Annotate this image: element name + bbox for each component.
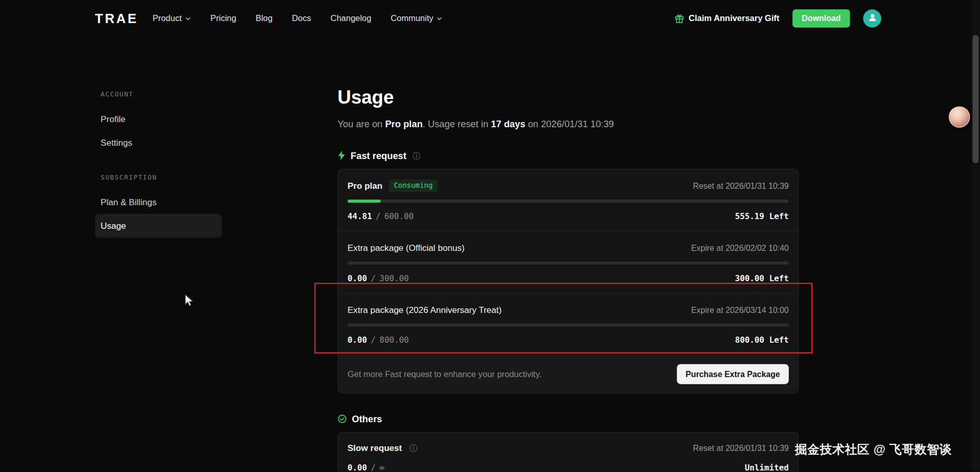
nav-item-changelog-label: Changelog	[331, 14, 372, 23]
sidebar-item-settings-label: Settings	[100, 137, 132, 148]
progress-bar	[348, 323, 789, 326]
top-nav: TRAE Product Pricing Blog Docs Changelog	[0, 0, 980, 37]
nav-item-pricing-label: Pricing	[211, 14, 236, 23]
scrollbar[interactable]	[971, 0, 980, 471]
total-value: ∞	[379, 463, 384, 472]
check-circle-icon	[337, 414, 346, 423]
sidebar-item-profile-label: Profile	[100, 114, 125, 124]
sidebar-item-settings[interactable]: Settings	[95, 131, 222, 154]
sidebar-item-plan-billings-label: Plan & Billings	[100, 197, 156, 207]
subtitle-text: . Usage reset in	[423, 118, 491, 129]
gift-icon	[675, 13, 685, 24]
separator: /	[371, 335, 376, 344]
progress-bar	[348, 200, 789, 203]
expire-date: Expire at 2026/02/02 10:40	[691, 243, 789, 252]
subtitle-text: on 2026/01/31 10:39	[525, 118, 614, 129]
total-value: 800.00	[379, 335, 409, 344]
footer-text: Get more Fast request to enhance your pr…	[348, 369, 542, 379]
others-title: Others	[352, 413, 382, 424]
sidebar-item-usage-label: Usage	[100, 221, 126, 231]
used-value: 44.81	[348, 211, 372, 221]
sidebar-group-subscription: Plan & Billings Usage	[95, 190, 222, 238]
sidebar-item-profile[interactable]: Profile	[95, 107, 222, 131]
separator: /	[376, 211, 381, 221]
floating-avatar-photo[interactable]	[949, 106, 970, 127]
subtitle-text: You are on	[337, 118, 385, 129]
sidebar-item-plan-billings[interactable]: Plan & Billings	[95, 190, 222, 214]
remaining-value: Unlimited	[745, 463, 789, 472]
row-header: Slow request ⓘ Reset at 2026/01/31 10:39	[348, 442, 789, 454]
watermark: 掘金技术社区 @ 飞哥数智谈	[795, 441, 952, 458]
sidebar-item-usage[interactable]: Usage	[95, 214, 222, 238]
expire-date: Expire at 2026/03/14 10:00	[691, 305, 789, 314]
download-button[interactable]: Download	[792, 9, 850, 27]
slow-request-name: Slow request	[348, 443, 402, 453]
sidebar-section-account: ACCOUNT	[95, 89, 222, 98]
claim-gift-label: Claim Anniversary Gift	[689, 14, 780, 23]
fast-request-footer: Get more Fast request to enhance your pr…	[338, 355, 798, 392]
trae-logo[interactable]: TRAE	[95, 11, 138, 26]
reset-date: Reset at 2026/01/31 10:39	[693, 443, 789, 453]
used-value: 0.00	[348, 463, 367, 472]
usage-numbers: 44.81/600.00 555.19 Left	[348, 211, 789, 221]
plan-name: Pro plan	[348, 181, 382, 191]
total-value: 600.00	[384, 211, 414, 221]
usage-row-official-bonus: Extra package (Official bonus) Expire at…	[338, 231, 798, 293]
nav-item-changelog[interactable]: Changelog	[331, 14, 372, 23]
chevron-down-icon	[185, 15, 191, 22]
remaining-value: 300.00 Left	[735, 273, 789, 282]
nav-item-product-label: Product	[153, 14, 182, 23]
package-name: Extra package (Official bonus)	[348, 243, 464, 253]
nav-item-community-label: Community	[391, 14, 433, 23]
row-header: Extra package (2026 Anniversary Treat) E…	[348, 303, 789, 316]
chevron-down-icon	[437, 15, 443, 22]
plan-name-bold: Pro plan	[385, 118, 422, 129]
consuming-badge: Consuming	[389, 180, 437, 192]
page-title: Usage	[337, 88, 799, 108]
lightning-bolt-icon	[337, 150, 345, 160]
info-icon[interactable]: ⓘ	[413, 151, 421, 159]
mouse-cursor	[185, 294, 195, 308]
usage-row-pro-plan: Pro plan Consuming Reset at 2026/01/31 1…	[338, 169, 798, 231]
sidebar-section-subscription: SUBSCRIPTION	[95, 172, 222, 181]
remaining-value: 555.19 Left	[735, 211, 789, 221]
others-header: Others	[337, 412, 799, 425]
scrollbar-thumb[interactable]	[972, 35, 978, 163]
fast-request-card: Pro plan Consuming Reset at 2026/01/31 1…	[337, 169, 799, 394]
separator: /	[371, 273, 376, 282]
usage-page: Usage You are on Pro plan. Usage reset i…	[337, 88, 799, 472]
progress-fill	[348, 200, 380, 203]
claim-anniversary-gift-link[interactable]: Claim Anniversary Gift	[675, 13, 780, 24]
usage-numbers: 0.00/800.00 800.00 Left	[348, 335, 789, 345]
info-icon[interactable]: ⓘ	[410, 444, 418, 452]
others-card: Slow request ⓘ Reset at 2026/01/31 10:39…	[337, 432, 799, 472]
nav-item-product[interactable]: Product	[153, 14, 191, 23]
reset-days-bold: 17 days	[491, 118, 525, 129]
nav-item-docs[interactable]: Docs	[292, 14, 311, 23]
purchase-extra-package-button[interactable]: Purchase Extra Package	[677, 364, 789, 384]
package-name: Extra package (2026 Anniversary Treat)	[348, 305, 502, 315]
used-value: 0.00	[348, 273, 367, 282]
settings-sidebar: ACCOUNT Profile Settings SUBSCRIPTION Pl…	[95, 89, 222, 238]
user-avatar[interactable]	[863, 9, 881, 27]
sidebar-spacer	[95, 154, 222, 172]
plan-summary: You are on Pro plan. Usage reset in 17 d…	[337, 117, 799, 130]
person-icon	[867, 12, 877, 25]
nav-item-community[interactable]: Community	[391, 14, 443, 23]
nav-right-group: Claim Anniversary Gift Download	[675, 0, 882, 37]
row-header: Extra package (Official bonus) Expire at…	[348, 242, 789, 254]
used-value: 0.00	[348, 335, 367, 344]
separator: /	[371, 463, 376, 472]
nav-item-blog[interactable]: Blog	[256, 14, 273, 23]
nav-item-blog-label: Blog	[256, 14, 273, 23]
nav-item-pricing[interactable]: Pricing	[211, 14, 236, 23]
usage-numbers: 0.00/300.00 300.00 Left	[348, 273, 789, 283]
fast-request-header: Fast request ⓘ	[337, 149, 799, 161]
progress-bar	[348, 262, 789, 265]
usage-row-slow-request: Slow request ⓘ Reset at 2026/01/31 10:39…	[338, 433, 798, 472]
usage-row-anniversary-treat: Extra package (2026 Anniversary Treat) E…	[338, 293, 798, 355]
reset-date: Reset at 2026/01/31 10:39	[693, 181, 789, 190]
row-header: Pro plan Consuming Reset at 2026/01/31 1…	[348, 180, 789, 192]
nav-item-docs-label: Docs	[292, 14, 311, 23]
remaining-value: 800.00 Left	[735, 335, 789, 344]
